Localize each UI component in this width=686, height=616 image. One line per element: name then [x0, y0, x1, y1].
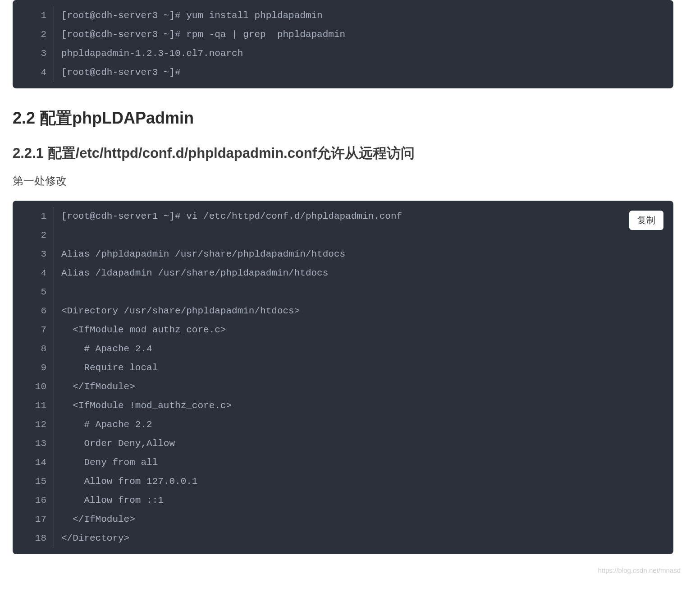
subsection-heading-conf-file: 2.2.1 配置/etc/httpd/conf.d/phpldapadmin.c…	[13, 144, 673, 163]
line-number: 2	[13, 25, 46, 44]
line-numbers-1: 1 2 3 4	[13, 6, 54, 82]
line-number: 12	[13, 415, 46, 434]
body-text-first-change: 第一处修改	[13, 174, 673, 188]
line-number: 18	[13, 529, 46, 548]
code-block-2: 复制 123456789101112131415161718 [root@cdh…	[13, 201, 673, 554]
line-number: 13	[13, 434, 46, 453]
line-number: 14	[13, 453, 46, 472]
line-number: 9	[13, 359, 46, 377]
line-number: 16	[13, 491, 46, 510]
line-number: 17	[13, 510, 46, 529]
watermark-text: https://blog.csdn.net/mnasd	[598, 566, 681, 574]
line-numbers-2: 123456789101112131415161718	[13, 207, 54, 548]
code-lines-2[interactable]: [root@cdh-server1 ~]# vi /etc/httpd/conf…	[54, 207, 402, 548]
line-number: 4	[13, 264, 46, 283]
code-content: 1 2 3 4 [root@cdh-server3 ~]# yum instal…	[13, 0, 673, 88]
code-block-1: 1 2 3 4 [root@cdh-server3 ~]# yum instal…	[13, 0, 673, 88]
line-number: 4	[13, 63, 46, 82]
line-number: 3	[13, 245, 46, 264]
code-lines-1[interactable]: [root@cdh-server3 ~]# yum install phplda…	[54, 6, 345, 82]
section-heading-config: 2.2 配置phpLDAPadmin	[13, 107, 673, 129]
line-number: 11	[13, 396, 46, 415]
line-number: 5	[13, 283, 46, 302]
line-number: 2	[13, 226, 46, 245]
line-number: 1	[13, 6, 46, 25]
line-number: 15	[13, 472, 46, 491]
line-number: 10	[13, 377, 46, 396]
code-content: 123456789101112131415161718 [root@cdh-se…	[13, 201, 673, 554]
line-number: 7	[13, 321, 46, 340]
line-number: 1	[13, 207, 46, 226]
line-number: 6	[13, 302, 46, 321]
line-number: 3	[13, 44, 46, 63]
line-number: 8	[13, 340, 46, 359]
copy-button[interactable]: 复制	[629, 211, 663, 230]
